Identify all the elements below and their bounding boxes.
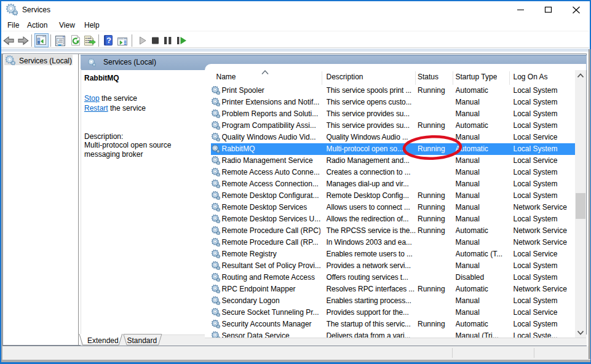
svg-text:?: ? xyxy=(106,36,111,45)
